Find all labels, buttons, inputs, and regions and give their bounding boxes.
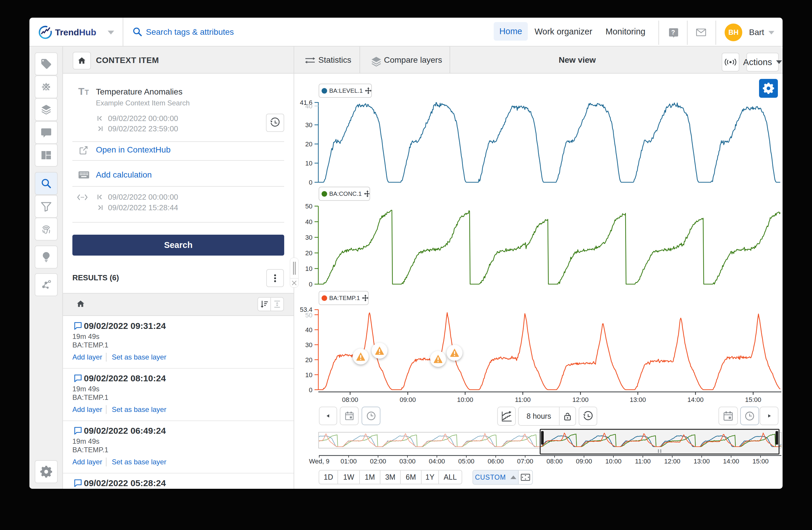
svg-text:13:00: 13:00 [693, 458, 710, 465]
svg-text:40: 40 [305, 102, 313, 110]
svg-text:50: 50 [305, 203, 313, 210]
svg-text:09:00: 09:00 [576, 458, 592, 465]
svg-text:30: 30 [305, 341, 313, 349]
svg-text:T: T [85, 89, 89, 96]
svg-text:40: 40 [305, 218, 313, 225]
svg-text:30: 30 [305, 121, 313, 129]
svg-text:50: 50 [305, 311, 313, 319]
svg-text:0: 0 [309, 386, 313, 394]
svg-text:13:00: 13:00 [629, 396, 646, 403]
svg-text:12:00: 12:00 [664, 458, 680, 465]
svg-text:12:00: 12:00 [572, 396, 589, 403]
svg-text:07:00: 07:00 [517, 458, 533, 465]
svg-text:05:00: 05:00 [458, 458, 474, 465]
svg-text:08:00: 08:00 [342, 396, 358, 403]
svg-text:0: 0 [309, 179, 313, 186]
svg-text:10:00: 10:00 [457, 396, 473, 403]
svg-text:40: 40 [305, 326, 313, 334]
svg-text:11:00: 11:00 [635, 458, 651, 465]
svg-text:?: ? [671, 29, 675, 36]
svg-text:01:00: 01:00 [340, 458, 357, 465]
svg-text:30: 30 [305, 234, 313, 241]
svg-text:10: 10 [305, 371, 313, 379]
svg-text:09:00: 09:00 [400, 396, 416, 403]
svg-text:T: T [78, 86, 84, 97]
svg-text:02:00: 02:00 [370, 458, 386, 465]
svg-text:10: 10 [305, 159, 313, 167]
svg-text:0: 0 [309, 281, 313, 288]
svg-text:06:00: 06:00 [488, 458, 504, 465]
svg-text:Wed, 9: Wed, 9 [309, 458, 329, 465]
svg-text:10: 10 [305, 265, 313, 273]
svg-text:20: 20 [305, 140, 313, 148]
svg-text:20: 20 [305, 356, 313, 364]
svg-text:03:00: 03:00 [399, 458, 416, 465]
svg-text:15:00: 15:00 [752, 458, 768, 465]
svg-text:04:00: 04:00 [429, 458, 445, 465]
svg-text:20: 20 [305, 249, 313, 257]
svg-text:11:00: 11:00 [515, 396, 531, 403]
svg-text:14:00: 14:00 [687, 396, 704, 403]
svg-text:08:00: 08:00 [546, 458, 563, 465]
svg-text:10:00: 10:00 [605, 458, 621, 465]
svg-text:14:00: 14:00 [723, 458, 739, 465]
svg-text:15:00: 15:00 [745, 396, 761, 403]
